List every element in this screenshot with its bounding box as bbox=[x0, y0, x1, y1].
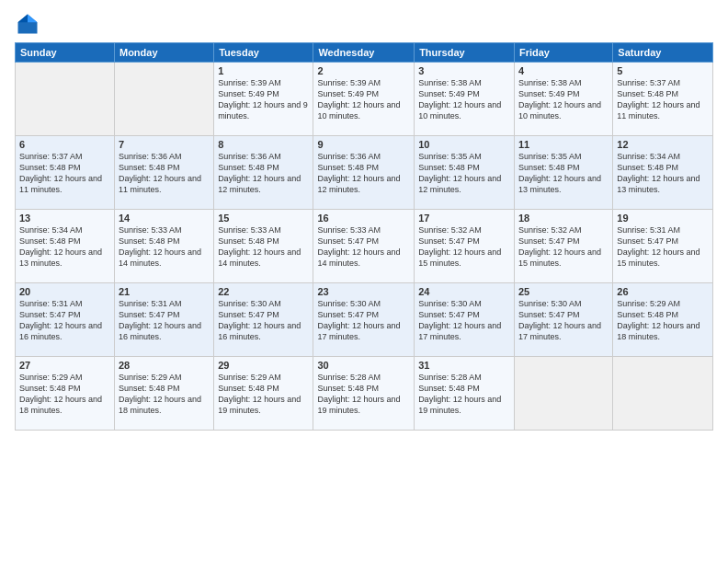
day-info: Sunrise: 5:30 AMSunset: 5:47 PMDaylight:… bbox=[218, 298, 309, 343]
day-number: 16 bbox=[317, 213, 410, 224]
day-number: 10 bbox=[418, 139, 510, 150]
day-number: 30 bbox=[317, 360, 410, 371]
day-info: Sunrise: 5:28 AMSunset: 5:48 PMDaylight:… bbox=[418, 372, 510, 417]
day-number: 31 bbox=[418, 360, 510, 371]
logo bbox=[15, 11, 44, 37]
day-info: Sunrise: 5:30 AMSunset: 5:47 PMDaylight:… bbox=[317, 298, 410, 343]
header bbox=[15, 11, 713, 37]
calendar-cell: 27Sunrise: 5:29 AMSunset: 5:48 PMDayligh… bbox=[16, 357, 115, 431]
day-number: 28 bbox=[119, 360, 210, 371]
day-number: 22 bbox=[218, 286, 309, 297]
day-info: Sunrise: 5:36 AMSunset: 5:48 PMDaylight:… bbox=[218, 151, 309, 196]
day-info: Sunrise: 5:33 AMSunset: 5:48 PMDaylight:… bbox=[218, 224, 309, 270]
calendar-cell: 12Sunrise: 5:34 AMSunset: 5:48 PMDayligh… bbox=[613, 136, 713, 210]
page: SundayMondayTuesdayWednesdayThursdayFrid… bbox=[0, 0, 728, 563]
day-info: Sunrise: 5:29 AMSunset: 5:48 PMDaylight:… bbox=[119, 372, 210, 417]
day-info: Sunrise: 5:31 AMSunset: 5:47 PMDaylight:… bbox=[617, 224, 709, 270]
day-info: Sunrise: 5:31 AMSunset: 5:47 PMDaylight:… bbox=[19, 298, 110, 343]
calendar-cell: 4Sunrise: 5:38 AMSunset: 5:49 PMDaylight… bbox=[514, 63, 612, 136]
calendar-cell: 26Sunrise: 5:29 AMSunset: 5:48 PMDayligh… bbox=[613, 283, 713, 357]
weekday-monday: Monday bbox=[114, 43, 213, 63]
day-number: 24 bbox=[418, 286, 510, 297]
logo-icon bbox=[15, 11, 40, 37]
day-info: Sunrise: 5:37 AMSunset: 5:48 PMDaylight:… bbox=[617, 77, 709, 122]
day-number: 20 bbox=[19, 286, 110, 297]
day-number: 19 bbox=[617, 213, 709, 224]
calendar-cell: 28Sunrise: 5:29 AMSunset: 5:48 PMDayligh… bbox=[114, 357, 213, 431]
week-row-2: 13Sunrise: 5:34 AMSunset: 5:48 PMDayligh… bbox=[16, 210, 713, 283]
day-info: Sunrise: 5:34 AMSunset: 5:48 PMDaylight:… bbox=[19, 224, 110, 270]
day-number: 18 bbox=[518, 213, 609, 224]
day-info: Sunrise: 5:37 AMSunset: 5:48 PMDaylight:… bbox=[19, 151, 110, 196]
day-number: 26 bbox=[617, 286, 709, 297]
day-info: Sunrise: 5:31 AMSunset: 5:47 PMDaylight:… bbox=[119, 298, 210, 343]
day-info: Sunrise: 5:32 AMSunset: 5:47 PMDaylight:… bbox=[418, 224, 510, 270]
day-number: 9 bbox=[317, 139, 410, 150]
day-info: Sunrise: 5:29 AMSunset: 5:48 PMDaylight:… bbox=[19, 372, 110, 417]
calendar-cell: 29Sunrise: 5:29 AMSunset: 5:48 PMDayligh… bbox=[214, 357, 313, 431]
day-number: 15 bbox=[218, 213, 309, 224]
calendar-cell bbox=[114, 63, 213, 136]
day-info: Sunrise: 5:29 AMSunset: 5:48 PMDaylight:… bbox=[218, 372, 309, 417]
day-info: Sunrise: 5:39 AMSunset: 5:49 PMDaylight:… bbox=[218, 77, 309, 122]
calendar-cell: 20Sunrise: 5:31 AMSunset: 5:47 PMDayligh… bbox=[16, 283, 115, 357]
weekday-row: SundayMondayTuesdayWednesdayThursdayFrid… bbox=[16, 43, 713, 63]
day-info: Sunrise: 5:35 AMSunset: 5:48 PMDaylight:… bbox=[518, 151, 609, 196]
day-number: 7 bbox=[119, 139, 210, 150]
calendar-cell: 30Sunrise: 5:28 AMSunset: 5:48 PMDayligh… bbox=[313, 357, 415, 431]
week-row-4: 27Sunrise: 5:29 AMSunset: 5:48 PMDayligh… bbox=[16, 357, 713, 431]
calendar: SundayMondayTuesdayWednesdayThursdayFrid… bbox=[15, 42, 713, 431]
calendar-cell: 13Sunrise: 5:34 AMSunset: 5:48 PMDayligh… bbox=[16, 210, 115, 283]
day-number: 14 bbox=[119, 213, 210, 224]
day-number: 3 bbox=[418, 65, 510, 76]
day-info: Sunrise: 5:33 AMSunset: 5:48 PMDaylight:… bbox=[119, 224, 210, 270]
day-number: 17 bbox=[418, 213, 510, 224]
day-number: 13 bbox=[19, 213, 110, 224]
day-number: 25 bbox=[518, 286, 609, 297]
weekday-thursday: Thursday bbox=[415, 43, 515, 63]
day-number: 4 bbox=[518, 65, 609, 76]
day-number: 29 bbox=[218, 360, 309, 371]
day-info: Sunrise: 5:38 AMSunset: 5:49 PMDaylight:… bbox=[418, 77, 510, 122]
calendar-cell: 11Sunrise: 5:35 AMSunset: 5:48 PMDayligh… bbox=[514, 136, 612, 210]
day-info: Sunrise: 5:30 AMSunset: 5:47 PMDaylight:… bbox=[518, 298, 609, 343]
week-row-1: 6Sunrise: 5:37 AMSunset: 5:48 PMDaylight… bbox=[16, 136, 713, 210]
day-info: Sunrise: 5:36 AMSunset: 5:48 PMDaylight:… bbox=[119, 151, 210, 196]
day-info: Sunrise: 5:38 AMSunset: 5:49 PMDaylight:… bbox=[518, 77, 609, 122]
day-info: Sunrise: 5:29 AMSunset: 5:48 PMDaylight:… bbox=[617, 298, 709, 343]
calendar-cell: 14Sunrise: 5:33 AMSunset: 5:48 PMDayligh… bbox=[114, 210, 213, 283]
weekday-friday: Friday bbox=[514, 43, 612, 63]
week-row-3: 20Sunrise: 5:31 AMSunset: 5:47 PMDayligh… bbox=[16, 283, 713, 357]
svg-marker-1 bbox=[28, 15, 38, 23]
calendar-cell: 18Sunrise: 5:32 AMSunset: 5:47 PMDayligh… bbox=[514, 210, 612, 283]
calendar-cell: 16Sunrise: 5:33 AMSunset: 5:47 PMDayligh… bbox=[313, 210, 415, 283]
calendar-cell: 15Sunrise: 5:33 AMSunset: 5:48 PMDayligh… bbox=[214, 210, 313, 283]
day-number: 12 bbox=[617, 139, 709, 150]
day-info: Sunrise: 5:35 AMSunset: 5:48 PMDaylight:… bbox=[418, 151, 510, 196]
day-number: 23 bbox=[317, 286, 410, 297]
weekday-wednesday: Wednesday bbox=[313, 43, 415, 63]
calendar-cell: 22Sunrise: 5:30 AMSunset: 5:47 PMDayligh… bbox=[214, 283, 313, 357]
calendar-cell: 24Sunrise: 5:30 AMSunset: 5:47 PMDayligh… bbox=[415, 283, 515, 357]
day-number: 27 bbox=[19, 360, 110, 371]
day-number: 5 bbox=[617, 65, 709, 76]
day-info: Sunrise: 5:36 AMSunset: 5:48 PMDaylight:… bbox=[317, 151, 410, 196]
week-row-0: 1Sunrise: 5:39 AMSunset: 5:49 PMDaylight… bbox=[16, 63, 713, 136]
calendar-cell: 10Sunrise: 5:35 AMSunset: 5:48 PMDayligh… bbox=[415, 136, 515, 210]
weekday-saturday: Saturday bbox=[613, 43, 713, 63]
calendar-cell: 25Sunrise: 5:30 AMSunset: 5:47 PMDayligh… bbox=[514, 283, 612, 357]
calendar-body: 1Sunrise: 5:39 AMSunset: 5:49 PMDaylight… bbox=[16, 63, 713, 431]
calendar-cell: 2Sunrise: 5:39 AMSunset: 5:49 PMDaylight… bbox=[313, 63, 415, 136]
calendar-cell bbox=[613, 357, 713, 431]
day-number: 21 bbox=[119, 286, 210, 297]
svg-marker-2 bbox=[18, 15, 28, 23]
day-number: 6 bbox=[19, 139, 110, 150]
calendar-cell: 17Sunrise: 5:32 AMSunset: 5:47 PMDayligh… bbox=[415, 210, 515, 283]
calendar-cell: 7Sunrise: 5:36 AMSunset: 5:48 PMDaylight… bbox=[114, 136, 213, 210]
day-number: 1 bbox=[218, 65, 309, 76]
calendar-cell bbox=[16, 63, 115, 136]
calendar-cell: 5Sunrise: 5:37 AMSunset: 5:48 PMDaylight… bbox=[613, 63, 713, 136]
calendar-cell: 3Sunrise: 5:38 AMSunset: 5:49 PMDaylight… bbox=[415, 63, 515, 136]
day-info: Sunrise: 5:39 AMSunset: 5:49 PMDaylight:… bbox=[317, 77, 410, 122]
calendar-cell: 1Sunrise: 5:39 AMSunset: 5:49 PMDaylight… bbox=[214, 63, 313, 136]
